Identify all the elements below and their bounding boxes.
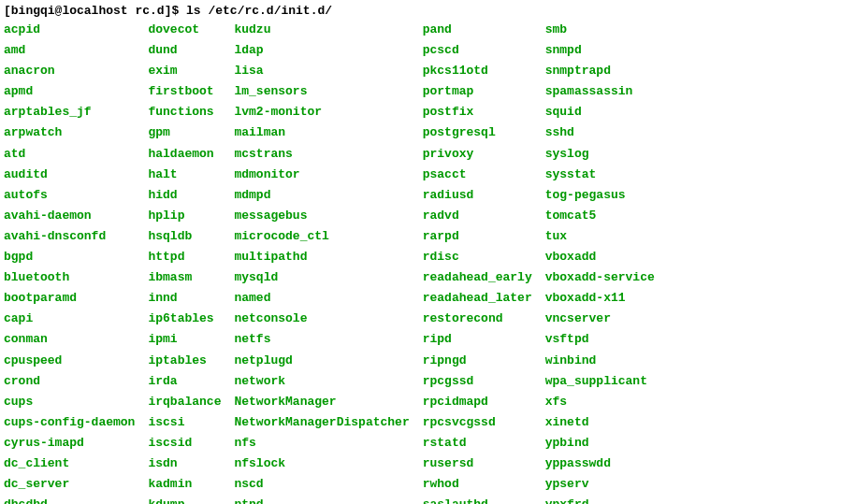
file-entry: tux	[545, 226, 655, 247]
file-entry: mysqld	[234, 267, 409, 288]
file-entry: ntpd	[234, 495, 409, 504]
file-entry: NetworkManagerDispatcher	[234, 412, 409, 433]
column-3: kudzuldaplisalm_sensorslvm2-monitormailm…	[234, 20, 409, 504]
file-entry: vboxadd	[545, 247, 655, 267]
file-entry: cpuspeed	[4, 351, 135, 371]
file-entry: httpd	[148, 247, 221, 267]
file-entry: saslauthd	[423, 495, 532, 504]
file-entry: dhcdbd	[4, 495, 135, 504]
file-entry: nfslock	[234, 454, 409, 474]
file-entry: rpcidmapd	[423, 392, 532, 412]
file-entry: rstatd	[423, 433, 532, 454]
file-entry: avahi-dnsconfd	[4, 226, 135, 247]
file-entry: snmpd	[545, 40, 655, 61]
file-entry: pand	[423, 20, 532, 40]
file-entry: iptables	[148, 351, 221, 371]
file-entry: nscd	[234, 474, 409, 495]
file-entry: smb	[545, 20, 655, 40]
file-entry: messagebus	[234, 206, 409, 226]
file-entry: lvm2-monitor	[234, 102, 409, 122]
file-entry: iscsid	[148, 433, 221, 454]
file-entry: rdisc	[423, 247, 532, 267]
file-entry: pcscd	[423, 40, 532, 61]
file-entry: ripd	[423, 329, 532, 350]
file-entry: dc_client	[4, 454, 135, 474]
file-entry: hplip	[148, 206, 221, 226]
file-entry: rarpd	[423, 226, 532, 247]
file-entry: nfs	[234, 433, 409, 454]
file-entry: yppasswdd	[545, 454, 655, 474]
column-4: pandpcscdpkcs11otdportmappostfixpostgres…	[423, 20, 532, 504]
file-entry: apmd	[4, 81, 135, 102]
file-entry: isdn	[148, 454, 221, 474]
file-entry: dovecot	[148, 20, 221, 40]
shell-prompt: [bingqi@localhost rc.d]$ ls /etc/rc.d/in…	[4, 4, 851, 18]
file-entry: bluetooth	[4, 267, 135, 288]
file-entry: radvd	[423, 206, 532, 226]
file-entry: kdump	[148, 495, 221, 504]
file-entry: vboxadd-service	[545, 267, 655, 288]
file-entry: lm_sensors	[234, 81, 409, 102]
file-entry: haldaemon	[148, 144, 221, 165]
file-entry: privoxy	[423, 144, 532, 165]
file-entry: mdmonitor	[234, 165, 409, 185]
file-entry: acpid	[4, 20, 135, 40]
file-entry: capi	[4, 309, 135, 329]
file-entry: bgpd	[4, 247, 135, 267]
file-entry: amd	[4, 40, 135, 61]
file-entry: tomcat5	[545, 206, 655, 226]
file-entry: innd	[148, 288, 221, 309]
file-entry: netconsole	[234, 309, 409, 329]
file-entry: rusersd	[423, 454, 532, 474]
file-entry: cups-config-daemon	[4, 412, 135, 433]
file-entry: rwhod	[423, 474, 532, 495]
file-entry: irda	[148, 371, 221, 392]
file-entry: readahead_later	[423, 288, 532, 309]
file-entry: lisa	[234, 61, 409, 81]
file-entry: ripngd	[423, 351, 532, 371]
file-entry: irqbalance	[148, 392, 221, 412]
file-entry: gpm	[148, 122, 221, 143]
file-entry: multipathd	[234, 247, 409, 267]
file-entry: hsqldb	[148, 226, 221, 247]
file-entry: dund	[148, 40, 221, 61]
file-entry: pkcs11otd	[423, 61, 532, 81]
file-entry: snmptrapd	[545, 61, 655, 81]
file-entry: readahead_early	[423, 267, 532, 288]
column-2: dovecotdundeximfirstbootfunctionsgpmhald…	[148, 20, 221, 504]
file-entry: sshd	[545, 122, 655, 143]
file-entry: postgresql	[423, 122, 532, 143]
file-entry: ypxfrd	[545, 495, 655, 504]
file-entry: rpcsvcgssd	[423, 412, 532, 433]
file-entry: avahi-daemon	[4, 206, 135, 226]
file-entry: squid	[545, 102, 655, 122]
file-entry: vsftpd	[545, 329, 655, 350]
file-entry: tog-pegasus	[545, 185, 655, 206]
file-entry: restorecond	[423, 309, 532, 329]
file-entry: netfs	[234, 329, 409, 350]
file-entry: firstboot	[148, 81, 221, 102]
file-entry: atd	[4, 144, 135, 165]
column-1: acpidamdanacronapmdarptables_jfarpwatcha…	[4, 20, 135, 504]
file-entry: syslog	[545, 144, 655, 165]
file-entry: ldap	[234, 40, 409, 61]
file-entry: spamassassin	[545, 81, 655, 102]
file-entry: named	[234, 288, 409, 309]
file-entry: mcstrans	[234, 144, 409, 165]
file-entry: postfix	[423, 102, 532, 122]
file-entry: ip6tables	[148, 309, 221, 329]
file-entry: exim	[148, 61, 221, 81]
file-entry: auditd	[4, 165, 135, 185]
file-entry: crond	[4, 371, 135, 392]
file-entry: NetworkManager	[234, 392, 409, 412]
file-entry: halt	[148, 165, 221, 185]
file-entry: vboxadd-x11	[545, 288, 655, 309]
file-entry: autofs	[4, 185, 135, 206]
file-entry: dc_server	[4, 474, 135, 495]
file-entry: conman	[4, 329, 135, 350]
file-entry: psacct	[423, 165, 532, 185]
file-entry: kadmin	[148, 474, 221, 495]
file-entry: ibmasm	[148, 267, 221, 288]
file-entry: microcode_ctl	[234, 226, 409, 247]
file-entry: arptables_jf	[4, 102, 135, 122]
